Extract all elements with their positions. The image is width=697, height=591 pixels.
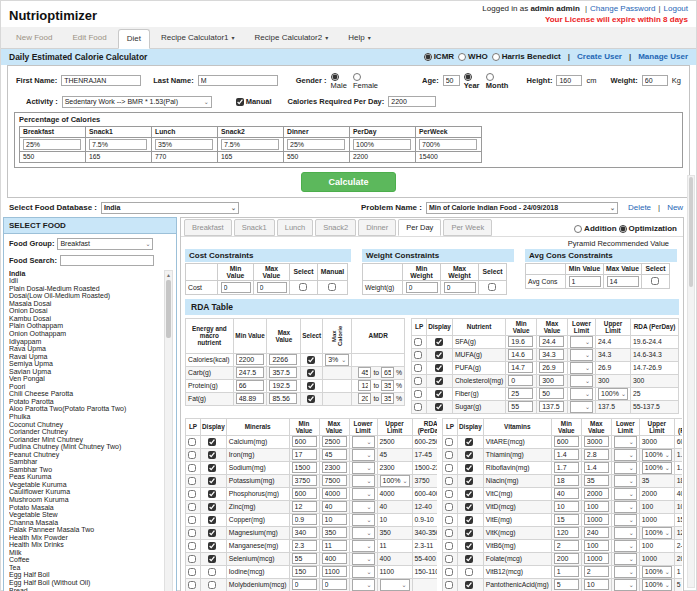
food-list-vscrollbar[interactable]: ▲▼ xyxy=(164,270,173,591)
lower-limit-select[interactable]: ⌄ xyxy=(614,436,637,448)
max-value-input[interactable] xyxy=(269,367,297,378)
display-checkbox[interactable] xyxy=(208,581,216,589)
delete-link[interactable]: Delete xyxy=(628,203,651,212)
food-item[interactable]: Cauliflower Kuruma xyxy=(9,488,163,496)
pct-input-breakfast[interactable] xyxy=(23,139,81,150)
lower-limit-select[interactable]: ⌄ xyxy=(352,514,375,526)
food-item[interactable]: Tea xyxy=(9,564,163,572)
display-checkbox[interactable] xyxy=(208,503,216,511)
display-checkbox[interactable] xyxy=(465,451,473,459)
lower-limit-select[interactable]: ⌄ xyxy=(352,566,375,578)
lower-limit-select[interactable]: ⌄ xyxy=(352,488,375,500)
scrollbar-thumb[interactable] xyxy=(689,177,693,287)
max-value-input[interactable] xyxy=(584,436,609,447)
lp-checkbox[interactable] xyxy=(445,451,453,459)
food-item[interactable]: Sambhar xyxy=(9,458,163,466)
display-checkbox[interactable] xyxy=(435,377,443,385)
lp-checkbox[interactable] xyxy=(188,451,196,459)
lower-limit-select[interactable]: ⌄ xyxy=(352,436,375,448)
min-value-input[interactable] xyxy=(292,436,317,447)
max-value-input[interactable] xyxy=(584,566,609,577)
display-checkbox[interactable] xyxy=(465,542,473,550)
food-item[interactable]: Masala Dosai xyxy=(9,300,163,308)
lower-limit-select[interactable]: ⌄ xyxy=(570,375,593,387)
manual-option[interactable]: Manual xyxy=(236,97,272,106)
create-user-link[interactable]: Create User xyxy=(577,52,622,61)
avg-cons-max-input[interactable] xyxy=(607,276,639,287)
lower-limit-select[interactable]: ⌄ xyxy=(570,401,593,413)
display-checkbox[interactable] xyxy=(465,529,473,537)
cost-select-checkbox[interactable] xyxy=(299,283,307,291)
lp-checkbox[interactable] xyxy=(188,529,196,537)
display-checkbox[interactable] xyxy=(465,516,473,524)
tab-per-week[interactable]: Per Week xyxy=(443,219,492,236)
lp-checkbox[interactable] xyxy=(445,477,453,485)
lower-limit-select[interactable]: ⌄ xyxy=(352,553,375,565)
max-value-input[interactable] xyxy=(322,436,347,447)
amdr-high-input[interactable] xyxy=(381,367,394,378)
select-checkbox[interactable] xyxy=(307,395,315,403)
addition-radio[interactable] xyxy=(574,225,582,233)
max-value-input[interactable] xyxy=(584,449,609,460)
food-item[interactable]: Onion Oothappam xyxy=(9,330,163,338)
amdr-low-input[interactable] xyxy=(358,367,371,378)
pct-input-perday[interactable] xyxy=(353,139,411,150)
tab-lunch[interactable]: Lunch xyxy=(277,219,313,236)
food-item[interactable]: Palak Panneer Masala Two xyxy=(9,526,163,534)
max-value-input[interactable] xyxy=(322,566,347,577)
last-name-input[interactable] xyxy=(198,75,278,86)
change-password-link[interactable]: Change Password xyxy=(590,4,655,13)
food-item[interactable]: Pudina Chutney (Mint Chutney Two) xyxy=(9,443,163,451)
lower-limit-select[interactable]: ⌄ xyxy=(570,349,593,361)
manual-checkbox[interactable] xyxy=(236,98,244,106)
max-calorie-select[interactable]: 3%⌄ xyxy=(325,354,349,366)
lower-limit-select[interactable]: ⌄ xyxy=(570,388,593,400)
min-value-input[interactable] xyxy=(236,393,264,404)
lower-limit-select[interactable]: ⌄ xyxy=(352,540,375,552)
food-item[interactable]: Vegetable Stew xyxy=(9,511,163,519)
food-item[interactable]: Ravai Upma xyxy=(9,353,163,361)
max-value-input[interactable] xyxy=(584,475,609,486)
max-value-input[interactable] xyxy=(584,540,609,551)
min-value-input[interactable] xyxy=(292,488,317,499)
amdr-low-input[interactable] xyxy=(358,380,371,391)
max-value-input[interactable] xyxy=(539,401,564,412)
max-value-input[interactable] xyxy=(584,553,609,564)
food-item[interactable]: Potato Masala xyxy=(9,504,163,512)
display-checkbox[interactable] xyxy=(465,555,473,563)
upper-limit-select[interactable]: 100%⌄ xyxy=(642,449,672,461)
food-item[interactable]: Mushroom Kuruma xyxy=(9,496,163,504)
lower-limit-select[interactable]: ⌄ xyxy=(352,527,375,539)
addition-option[interactable]: Addition xyxy=(574,224,616,233)
lower-limit-select[interactable]: ⌄ xyxy=(614,579,637,591)
page-vscrollbar[interactable] xyxy=(687,175,695,588)
upper-limit-select[interactable]: 100%⌄ xyxy=(642,527,672,539)
display-checkbox[interactable] xyxy=(208,542,216,550)
min-value-input[interactable] xyxy=(554,540,579,551)
food-item[interactable]: Poori xyxy=(9,383,163,391)
lp-checkbox[interactable] xyxy=(188,477,196,485)
lower-limit-select[interactable]: ⌄ xyxy=(352,462,375,474)
min-value-input[interactable] xyxy=(292,553,317,564)
avg-cons-min-input[interactable] xyxy=(569,276,601,287)
food-item[interactable]: Dosai(Low Oil-Medium Roasted) xyxy=(9,292,163,300)
lp-checkbox[interactable] xyxy=(188,503,196,511)
select-checkbox[interactable] xyxy=(307,382,315,390)
max-value-input[interactable] xyxy=(584,527,609,538)
lower-limit-select[interactable]: ⌄ xyxy=(614,514,637,526)
lower-limit-select[interactable]: ⌄ xyxy=(614,475,637,487)
upper-limit-select[interactable]: ⌄ xyxy=(380,579,410,591)
avg-cons-select-checkbox[interactable] xyxy=(651,277,659,285)
display-checkbox[interactable] xyxy=(208,490,216,498)
amdr-high-input[interactable] xyxy=(381,380,394,391)
food-item[interactable]: Vegetable Kuruma xyxy=(9,481,163,489)
min-value-input[interactable] xyxy=(508,388,533,399)
min-value-input[interactable] xyxy=(508,401,533,412)
lower-limit-select[interactable]: ⌄ xyxy=(614,488,637,500)
min-value-input[interactable] xyxy=(292,514,317,525)
display-checkbox[interactable] xyxy=(465,503,473,511)
lower-limit-select[interactable]: ⌄ xyxy=(352,475,375,487)
upper-limit-select[interactable]: 100%⌄ xyxy=(380,475,410,487)
min-value-input[interactable] xyxy=(554,436,579,447)
food-item[interactable]: Plain Dosai-Medium Roasted xyxy=(9,285,163,293)
